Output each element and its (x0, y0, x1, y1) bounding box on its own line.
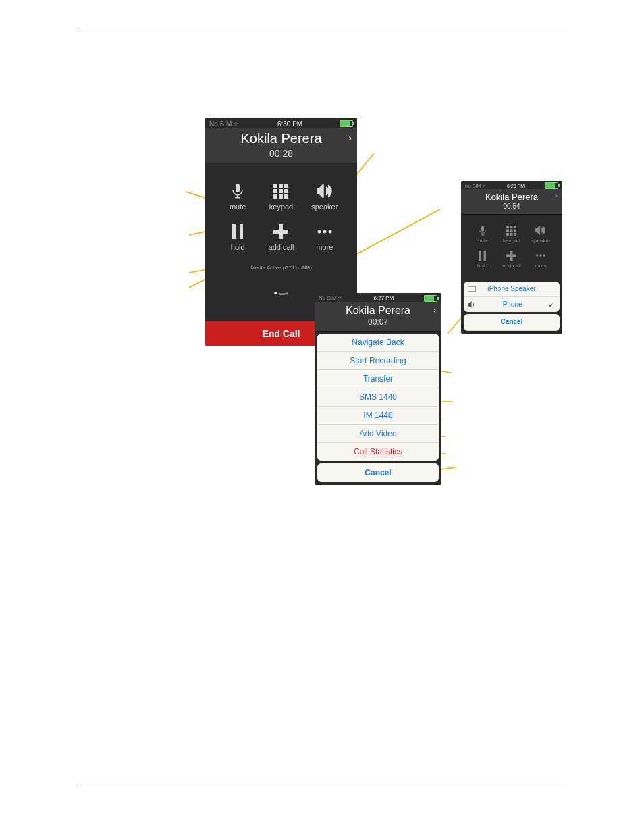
call-controls: mute keypad speaker hold add call more (461, 215, 562, 271)
start-recording-option[interactable]: Start Recording (317, 352, 439, 370)
cancel-button[interactable]: Cancel (317, 463, 439, 482)
pause-icon (232, 224, 243, 239)
page-bottom-rule (77, 785, 567, 785)
svg-rect-30 (510, 226, 513, 228)
more-button[interactable]: more (303, 223, 346, 251)
hold-label: hold (231, 243, 245, 251)
svg-rect-32 (506, 229, 509, 232)
call-statistics-option[interactable]: Call Statistics (317, 443, 439, 461)
cancel-label: Cancel (501, 318, 523, 325)
screenshot-container: No SIM ᯤ 6:30 PM Kokila Perera 00:28 › m… (0, 118, 644, 496)
speaker-label: speaker (311, 203, 338, 211)
chevron-right-icon[interactable]: › (348, 132, 352, 143)
battery-icon (424, 295, 437, 302)
speaker-icon (535, 226, 546, 235)
speaker-button[interactable]: speaker (527, 224, 556, 244)
contact-name: Kokila Perera (465, 192, 558, 202)
cancel-sheet: Cancel (317, 463, 439, 482)
media-status: Media Active (G711u-NB) (205, 265, 357, 271)
keypad-icon (506, 226, 516, 236)
status-time: 6:28 PM (507, 184, 525, 188)
svg-line-5 (344, 209, 440, 261)
svg-rect-29 (506, 226, 509, 228)
add-video-option[interactable]: Add Video (317, 425, 439, 443)
call-controls: mute keypad speaker hold add call more (205, 163, 357, 255)
mic-icon (479, 226, 487, 236)
svg-rect-45 (468, 286, 476, 292)
device-icon (468, 282, 476, 296)
check-icon: ✓ (548, 297, 554, 312)
contact-name: Kokila Perera (209, 131, 353, 147)
mute-button[interactable]: mute (468, 224, 497, 244)
add-call-button[interactable]: add call (259, 223, 302, 251)
svg-rect-34 (514, 229, 516, 232)
end-call-label: End Call (262, 328, 300, 339)
sms-option[interactable]: SMS 1440 (317, 388, 439, 407)
svg-point-42 (536, 254, 538, 256)
svg-rect-36 (510, 232, 513, 235)
iphone-option[interactable]: iPhone ✓ (464, 297, 560, 312)
add-call-label: add call (269, 243, 294, 251)
svg-rect-20 (279, 194, 283, 199)
transfer-option[interactable]: Transfer (317, 370, 439, 388)
speaker-select-screen: No SIM ᯤ 6:28 PM Kokila Perera 00:54 › m… (461, 181, 562, 334)
svg-point-28 (328, 230, 331, 234)
more-actions-sheet: Navigate Back Start Recording Transfer S… (317, 334, 439, 461)
status-bar: No SIM ᯤ 6:28 PM (461, 181, 562, 189)
contact-bar[interactable]: Kokila Perera 00:07 › (315, 302, 441, 332)
svg-point-43 (540, 254, 542, 256)
audio-icon (468, 297, 476, 312)
keypad-label: keypad (269, 203, 293, 211)
im-option[interactable]: IM 1440 (317, 407, 439, 425)
add-call-button[interactable]: add call (497, 249, 526, 269)
chevron-right-icon[interactable]: › (433, 305, 436, 315)
hold-label: hold (477, 263, 487, 269)
navigate-back-option[interactable]: Navigate Back (317, 334, 439, 352)
mic-icon (232, 184, 244, 199)
keypad-icon (273, 184, 288, 199)
iphone-speaker-option[interactable]: iPhone Speaker (464, 282, 560, 297)
speaker-icon (317, 184, 333, 198)
more-menu-screen: No SIM ᯤ 6:27 PM Kokila Perera 00:07 › N… (315, 293, 441, 485)
svg-point-27 (323, 230, 326, 234)
contact-name: Kokila Perera (319, 305, 437, 317)
mute-button[interactable]: mute (216, 182, 259, 211)
dot-inactive: ▬◂ (279, 290, 288, 296)
more-label: more (535, 263, 547, 269)
page-top-rule (77, 30, 567, 30)
speaker-label: speaker (531, 238, 550, 244)
call-duration: 00:07 (319, 317, 437, 327)
svg-rect-19 (273, 194, 277, 199)
battery-icon (545, 182, 558, 189)
keypad-button[interactable]: keypad (497, 224, 526, 244)
ellipsis-icon (317, 229, 333, 234)
status-bar: No SIM ᯤ 6:30 PM (205, 118, 357, 128)
dot-active: ● (274, 290, 277, 296)
status-left: No SIM ᯤ (209, 120, 240, 128)
contact-bar[interactable]: Kokila Perera 00:54 › (461, 189, 562, 215)
iphone-speaker-label: iPhone Speaker (487, 285, 535, 292)
svg-rect-13 (273, 184, 277, 188)
contact-bar[interactable]: Kokila Perera 00:28 › (205, 128, 357, 163)
svg-rect-17 (279, 189, 283, 193)
mute-label: mute (230, 203, 246, 211)
svg-point-44 (543, 254, 545, 256)
status-time: 6:27 PM (374, 295, 394, 301)
speaker-button[interactable]: speaker (303, 182, 346, 211)
hold-button[interactable]: hold (468, 249, 497, 269)
hold-button[interactable]: hold (216, 223, 259, 251)
pause-icon (479, 251, 486, 261)
svg-rect-18 (284, 189, 288, 193)
more-button[interactable]: more (527, 249, 556, 269)
svg-rect-35 (506, 232, 509, 235)
svg-rect-33 (510, 229, 513, 232)
svg-rect-22 (232, 224, 236, 239)
status-time: 6:30 PM (277, 120, 302, 128)
cancel-button[interactable]: Cancel (464, 314, 560, 331)
call-duration: 00:54 (465, 203, 558, 210)
plus-icon (273, 224, 288, 239)
svg-rect-15 (284, 184, 288, 188)
keypad-button[interactable]: keypad (259, 182, 302, 211)
chevron-right-icon[interactable]: › (555, 192, 557, 199)
svg-rect-16 (273, 189, 277, 193)
